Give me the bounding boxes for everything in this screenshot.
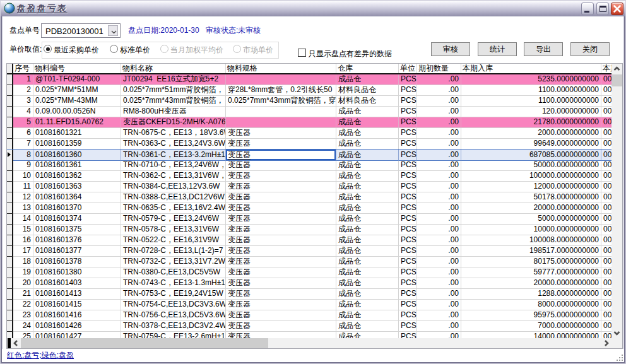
row-header[interactable] xyxy=(7,289,13,300)
table-row-22[interactable]: 2201081601415TRN-0754-C,EE13,DC3V3.6W变压器… xyxy=(7,300,611,310)
cell-name[interactable]: TRN-0728-C，EE13,L(1-2)=7 xyxy=(121,246,226,257)
cell-inqty[interactable]: 21780.0000000000 xyxy=(461,117,601,128)
cell-code[interactable]: 01081601426 xyxy=(33,321,121,332)
cell-unit[interactable]: PCS xyxy=(399,332,417,338)
cell-code[interactable]: 01081601374 xyxy=(33,214,121,225)
row-header[interactable] xyxy=(7,160,13,171)
cell-code[interactable]: 0.025*7MM-43MM xyxy=(33,96,121,107)
row-header[interactable] xyxy=(7,203,13,214)
cell-unit[interactable]: PCS xyxy=(399,150,417,161)
stats-button[interactable]: 统计 xyxy=(478,42,517,56)
cell-seq[interactable]: 3 xyxy=(13,96,33,107)
cell-next[interactable]: 00 xyxy=(601,300,611,310)
cell-wh[interactable]: 成品仓 xyxy=(336,107,399,117)
cell-inqty[interactable]: 687085.0000000000 xyxy=(461,150,601,161)
row-header[interactable] xyxy=(7,192,13,203)
cell-unit[interactable]: PCS xyxy=(399,74,417,85)
cell-qty0[interactable]: .00 xyxy=(417,182,461,192)
cell-wh[interactable]: 成品仓 xyxy=(336,139,399,150)
table-row-12[interactable]: 1201081601364TRN-0388-C,EE13,DC12V6W变压器成… xyxy=(7,192,611,203)
cell-qty0[interactable]: .00 xyxy=(417,192,461,203)
cell-code[interactable]: 01081601427 xyxy=(33,332,121,338)
table-row-17[interactable]: 1701081601377TRN-0728-C，EE13,L(1-2)=7变压器… xyxy=(7,246,611,257)
cell-seq[interactable]: 2 xyxy=(13,85,33,96)
cell-name[interactable]: TRN-0756-C,EE13,DC5V3.6W xyxy=(121,310,226,321)
cell-unit[interactable]: PCS xyxy=(399,128,417,139)
scroll-down-button[interactable] xyxy=(611,328,622,338)
table-row-4[interactable]: 40.09.00.00.0526NRM8-800uH变压器成品仓PCS.0012… xyxy=(7,107,611,117)
cell-next[interactable]: 00 xyxy=(601,171,611,182)
cell-next[interactable]: 00 xyxy=(601,192,611,203)
cell-spec[interactable]: 0.025*7mm*43mm背胶铜箔，穿 xyxy=(226,96,336,107)
cell-seq[interactable]: 6 xyxy=(13,128,33,139)
row-header[interactable] xyxy=(7,128,13,139)
cell-name[interactable]: TRN-0635-C，EE13,16V2.4W xyxy=(121,203,226,214)
cell-qty0[interactable]: .00 xyxy=(417,321,461,332)
cell-wh[interactable]: 成品仓 xyxy=(336,321,399,332)
resize-grip[interactable] xyxy=(614,352,623,361)
cell-qty0[interactable]: .00 xyxy=(417,128,461,139)
cell-seq[interactable]: 19 xyxy=(13,267,33,278)
cell-next[interactable]: 00 xyxy=(601,150,611,161)
cell-unit[interactable]: PCS xyxy=(399,96,417,107)
cell-next[interactable]: 00 xyxy=(601,246,611,257)
cell-wh[interactable]: 成品仓 xyxy=(336,171,399,182)
cell-inqty[interactable]: 20000.0000000000 xyxy=(461,278,601,289)
cell-next[interactable]: 00 xyxy=(601,117,611,128)
table-row-7[interactable]: 701081601359TRN-0363-C，EE13,24V3.6W变压器成品… xyxy=(7,139,611,150)
row-header[interactable] xyxy=(7,310,13,321)
cell-seq[interactable]: 7 xyxy=(13,139,33,150)
cell-unit[interactable]: PCS xyxy=(399,257,417,267)
cell-next[interactable]: 00 xyxy=(601,257,611,267)
cell-wh[interactable]: 成品仓 xyxy=(336,310,399,321)
cell-qty0[interactable]: .00 xyxy=(417,74,461,85)
cell-wh[interactable]: 成品仓 xyxy=(336,235,399,246)
cell-spec[interactable]: 变压器 xyxy=(226,139,336,150)
cell-name[interactable]: TRN-0363-C，EE13,24V3.6W xyxy=(121,139,226,150)
cell-next[interactable]: 00 xyxy=(601,139,611,150)
cell-wh[interactable]: 成品仓 xyxy=(336,225,399,235)
cell-code[interactable]: 01081601363 xyxy=(33,182,121,192)
cell-next[interactable]: 00 xyxy=(601,289,611,300)
cell-wh[interactable]: 成品仓 xyxy=(336,214,399,225)
cell-unit[interactable]: PCS xyxy=(399,225,417,235)
cell-code[interactable]: 01081601415 xyxy=(33,300,121,310)
cell-wh[interactable]: 成品仓 xyxy=(336,128,399,139)
cell-inqty[interactable]: 100008.0000000000 xyxy=(461,235,601,246)
column-header-seq[interactable]: 序号 xyxy=(13,64,33,73)
row-header[interactable] xyxy=(7,235,13,246)
row-header[interactable] xyxy=(7,246,13,257)
cell-seq[interactable]: 5 xyxy=(13,117,33,128)
cell-spec[interactable]: 变压器 xyxy=(226,182,336,192)
cell-inqty[interactable]: 59777.0000000000 xyxy=(461,267,601,278)
cell-next[interactable]: 00 xyxy=(601,85,611,96)
column-header-unit[interactable]: 单位 xyxy=(399,64,417,73)
cell-next[interactable]: 00 xyxy=(601,225,611,235)
cell-spec[interactable] xyxy=(226,107,336,117)
cell-seq[interactable]: 11 xyxy=(13,182,33,192)
cell-name[interactable]: TRN-0732-C，EE13,31V7.2W xyxy=(121,257,226,267)
cell-name[interactable]: TRN-0378-C,EE13,DC3V2.4W xyxy=(121,321,226,332)
cell-wh[interactable]: 成品仓 xyxy=(336,267,399,278)
cell-name[interactable]: 0.025*7mm*43mm背胶铜箔， xyxy=(121,96,226,107)
cell-qty0[interactable]: .00 xyxy=(417,203,461,214)
cell-unit[interactable]: PCS xyxy=(399,321,417,332)
cell-inqty[interactable]: 7000.0000000000 xyxy=(461,321,601,332)
cell-code[interactable]: 01081601375 xyxy=(33,225,121,235)
cell-name[interactable]: JT00294 EE16立式加宽5+2 xyxy=(121,74,226,85)
doc-no-combobox[interactable]: PDB200130001 xyxy=(41,23,121,38)
row-header[interactable] xyxy=(7,74,13,85)
cell-qty0[interactable]: .00 xyxy=(417,171,461,182)
cell-seq[interactable]: 9 xyxy=(13,160,33,171)
cell-spec[interactable]: 变压器 xyxy=(226,289,336,300)
table-row-2[interactable]: 20.025*7MM*51MM0.025*7mm*51mm背胶铜箔，穿28L*8… xyxy=(7,85,611,96)
cell-name[interactable]: RM8-800uH变压器 xyxy=(121,107,226,117)
cell-spec[interactable]: 变压器 xyxy=(226,214,336,225)
scroll-up-button[interactable] xyxy=(611,64,622,74)
column-header-code[interactable]: 物料编号 xyxy=(33,64,121,73)
cell-wh[interactable]: 成品仓 xyxy=(336,332,399,338)
vertical-scrollbar-thumb[interactable] xyxy=(611,74,622,86)
cell-inqty[interactable]: 95975.0000000000 xyxy=(461,310,601,321)
cell-wh[interactable]: 成品仓 xyxy=(336,278,399,289)
cell-seq[interactable]: 21 xyxy=(13,289,33,300)
